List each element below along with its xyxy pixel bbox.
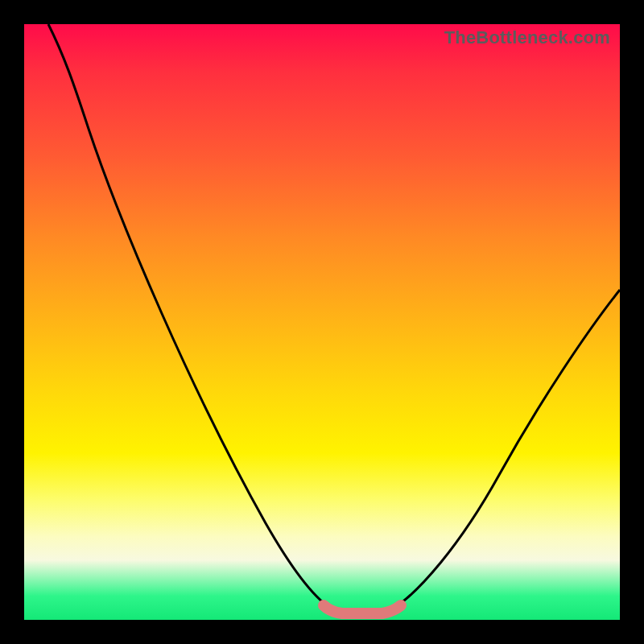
chart-frame: TheBottleneck.com [0, 0, 644, 644]
plot-area: TheBottleneck.com [24, 24, 620, 620]
left-curve [48, 24, 330, 608]
chart-curves [24, 24, 620, 620]
right-curve [394, 290, 620, 608]
flat-bottom-highlight [324, 605, 401, 613]
